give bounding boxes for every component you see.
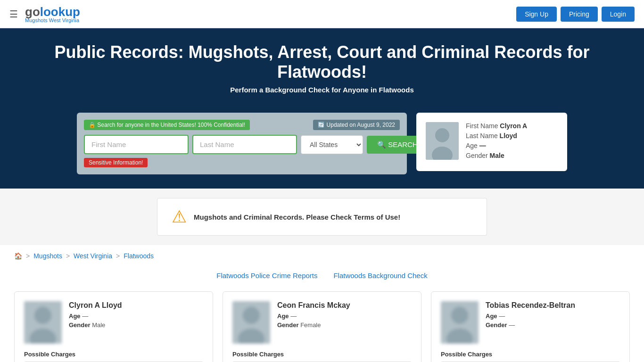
hamburger-icon[interactable]: ☰ (9, 8, 18, 20)
charges-label: Possible Charges (232, 351, 412, 358)
updated-badge: 🔄 Updated on August 9, 2022 (313, 120, 400, 130)
record-card: Tobias Recendez-Beltran Age — Gender — P… (431, 291, 630, 362)
featured-first-name: First Name Clyron A (466, 122, 558, 130)
search-section: 🔒 Search for anyone in the United States… (0, 103, 644, 189)
sensitive-badge: Sensitive Information! (84, 158, 148, 167)
logo-subtitle: Mugshots West Virginia (25, 17, 80, 23)
charges-label: Possible Charges (24, 351, 203, 358)
featured-last-name: Last Name Lloyd (466, 132, 558, 140)
breadcrumb-city[interactable]: Flatwoods (124, 252, 154, 260)
record-age: Age — (486, 313, 575, 320)
breadcrumb-sep2: > (66, 252, 70, 260)
breadcrumb-mugshots[interactable]: Mugshots (33, 252, 62, 260)
logo[interactable]: golookup Mugshots West Virginia (25, 5, 80, 23)
background-check-link[interactable]: Flatwoods Background Check (333, 272, 427, 280)
login-button[interactable]: Login (602, 7, 635, 22)
featured-age: Age — (466, 142, 558, 149)
record-gender: Gender Female (277, 321, 350, 329)
breadcrumb-home[interactable]: 🏠 (14, 252, 22, 260)
warning-section: ⚠ Mugshots and Criminal Records. Please … (0, 189, 644, 245)
record-card-top: Tobias Recendez-Beltran Age — Gender — (441, 301, 620, 344)
content-section: Flatwoods Police Crime Reports Flatwoods… (0, 267, 644, 362)
breadcrumb-sep3: > (116, 252, 120, 260)
record-name: Tobias Recendez-Beltran (486, 301, 575, 310)
record-avatar (232, 301, 270, 344)
record-gender: Gender Male (69, 321, 122, 329)
search-top-bar: 🔒 Search for anyone in the United States… (84, 120, 400, 130)
featured-person-avatar (426, 122, 459, 160)
warning-icon: ⚠ (172, 207, 187, 227)
first-name-input[interactable] (84, 135, 189, 154)
record-avatar (441, 301, 479, 344)
svg-point-1 (435, 128, 449, 142)
last-name-input[interactable] (192, 135, 297, 154)
record-info: Clyron A Lloyd Age — Gender Male (69, 301, 122, 330)
record-name: Ceon Francis Mckay (277, 301, 350, 310)
state-select[interactable]: All States Alabama Alaska Arizona West V… (301, 135, 363, 154)
hero-subtitle: Perform a Background Check for Anyone in… (9, 86, 635, 94)
featured-gender: Gender Male (466, 152, 558, 159)
record-age: Age — (69, 313, 122, 320)
warning-text: Mugshots and Criminal Records. Please Ch… (194, 213, 400, 221)
record-card-top: Ceon Francis Mckay Age — Gender Female (232, 301, 412, 344)
svg-point-4 (34, 307, 51, 324)
crime-reports-link[interactable]: Flatwoods Police Crime Reports (216, 272, 317, 280)
pricing-button[interactable]: Pricing (561, 7, 598, 22)
featured-person-info: First Name Clyron A Last Name Lloyd Age … (466, 122, 558, 162)
record-info: Tobias Recendez-Beltran Age — Gender — (486, 301, 575, 330)
header-left: ☰ golookup Mugshots West Virginia (9, 5, 80, 23)
warning-inner: ⚠ Mugshots and Criminal Records. Please … (157, 198, 487, 236)
breadcrumb-sep1: > (26, 252, 30, 260)
svg-point-10 (451, 307, 468, 324)
record-avatar (24, 301, 62, 344)
logo-lookup: lookup (40, 5, 80, 19)
page-title: Public Records: Mugshots, Arrest, Court … (9, 42, 635, 82)
record-card-top: Clyron A Lloyd Age — Gender Male (24, 301, 203, 344)
content-links: Flatwoods Police Crime Reports Flatwoods… (14, 272, 630, 280)
record-info: Ceon Francis Mckay Age — Gender Female (277, 301, 350, 330)
logo-go: go (25, 5, 40, 19)
search-box: 🔒 Search for anyone in the United States… (77, 113, 407, 174)
svg-point-7 (243, 307, 260, 324)
record-card: Clyron A Lloyd Age — Gender Male Possibl… (14, 291, 213, 362)
search-inputs: All States Alabama Alaska Arizona West V… (84, 135, 400, 154)
confidential-badge: 🔒 Search for anyone in the United States… (84, 120, 250, 130)
breadcrumb-section: 🏠 > Mugshots > West Virginia > Flatwoods (0, 245, 644, 267)
breadcrumb-state[interactable]: West Virginia (74, 252, 112, 260)
header-buttons: Sign Up Pricing Login (516, 7, 635, 22)
charges-label: Possible Charges (441, 351, 620, 358)
records-grid: Clyron A Lloyd Age — Gender Male Possibl… (14, 291, 630, 362)
signup-button[interactable]: Sign Up (516, 7, 557, 22)
featured-person-card: First Name Clyron A Last Name Lloyd Age … (416, 113, 567, 171)
record-gender: Gender — (486, 321, 575, 329)
hero-section: Public Records: Mugshots, Arrest, Court … (0, 28, 644, 103)
header: ☰ golookup Mugshots West Virginia Sign U… (0, 0, 644, 28)
record-card: Ceon Francis Mckay Age — Gender Female P… (223, 291, 421, 362)
record-name: Clyron A Lloyd (69, 301, 122, 310)
breadcrumb: 🏠 > Mugshots > West Virginia > Flatwoods (14, 252, 630, 260)
record-age: Age — (277, 313, 350, 320)
